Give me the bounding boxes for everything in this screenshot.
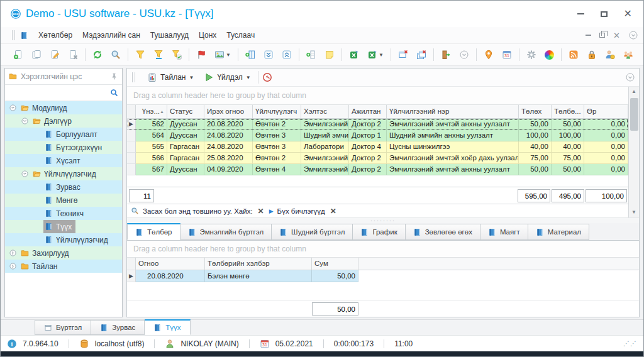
expander-open-icon[interactable] — [9, 104, 17, 112]
window-tab-2[interactable]: Түүх — [145, 319, 190, 335]
detail-tab-6[interactable]: Материал — [528, 224, 589, 240]
detail-tab-1[interactable]: Эмнэлгийн бүртгэл — [180, 224, 272, 240]
sidebar-search-input[interactable] — [9, 87, 110, 99]
search-icon[interactable] — [110, 89, 118, 97]
collapse-panel-button[interactable] — [458, 48, 470, 61]
filter-edit-button[interactable] — [152, 48, 165, 61]
resize-grip[interactable]: ⋰⋰ — [623, 340, 637, 347]
calendar-button[interactable]: 31 — [501, 48, 513, 61]
horizontal-splitter[interactable]: ········ — [127, 217, 639, 223]
tree-item-дэлгүүр[interactable]: Дэлгүүр — [5, 114, 122, 128]
scroll-down-icon[interactable]: ▼ — [630, 207, 639, 217]
tree-item-мөнгө[interactable]: Мөнгө — [5, 194, 122, 207]
undo-icon[interactable] — [262, 72, 272, 82]
scroll-up-icon[interactable]: ▲ — [630, 87, 639, 97]
colors-button[interactable] — [543, 49, 555, 61]
tree-item-үйлчлүүлэгчид[interactable]: Үйлчлүүлэгчид — [5, 233, 122, 246]
filter-edit-hint[interactable]: Засах бол энд товшино уу. Хайх: — [143, 207, 253, 215]
detail-tab-0[interactable]: Төлбөр — [127, 223, 180, 240]
tree-item-модулиуд[interactable]: Модулиуд — [5, 101, 122, 114]
tree-item-техникч[interactable]: Техникч — [5, 207, 122, 220]
detail-column-header-0[interactable]: Огноо — [136, 258, 205, 270]
filter-apply-button[interactable] — [170, 48, 183, 61]
detail-tab-4[interactable]: Зөвлөгөө өгөх — [406, 224, 480, 240]
detail-tab-5[interactable]: Маягт — [480, 224, 528, 240]
expander-closed-icon[interactable] — [9, 249, 17, 257]
report-menu-button[interactable]: Тайлан ▼ — [144, 70, 197, 84]
detail-grid-row[interactable]: ▶20.08.2020Бэлэн мөнгө50,00 — [127, 270, 639, 282]
table-expand-button[interactable] — [244, 48, 257, 61]
tree-item-үйлчлүүлэгчид[interactable]: Үйлчлүүлэгчид — [5, 167, 122, 180]
tree-item-бүтээгдэхүүн[interactable]: Бүтээгдэхүүн — [5, 141, 122, 154]
expander-open-icon[interactable] — [21, 170, 29, 178]
grid-row-566[interactable]: 566Гаргасан25.08.2020Өвчтөн 2Эмчилгээний… — [127, 153, 628, 164]
column-header-4[interactable]: Хэлтэс — [301, 105, 349, 118]
column-header-1[interactable]: Статус — [167, 105, 204, 118]
excel-import-menu-button[interactable]: ▼ — [366, 48, 385, 61]
action-menu-button[interactable]: Үйлдэл ▼ — [201, 70, 253, 84]
tree-item-тайлан[interactable]: Тайлан — [5, 260, 122, 273]
mdi-close-button[interactable]: ✕ — [613, 31, 620, 40]
calendar-icon[interactable]: 31 — [260, 339, 270, 349]
filter-scope-clear-icon[interactable]: ✕ — [329, 207, 338, 216]
detail-group-by-panel[interactable]: Drag a column header here to group by th… — [127, 241, 639, 258]
column-header-3[interactable]: Үйлчлүүлэгч — [253, 105, 301, 118]
menubar-overflow-icon[interactable] — [628, 30, 638, 40]
tree-item-зурвас[interactable]: Зурвас — [5, 180, 122, 194]
vertical-scrollbar[interactable]: ▲ ▼ — [628, 87, 639, 217]
detail-tab-3[interactable]: График — [353, 224, 405, 240]
search-button[interactable] — [109, 48, 122, 61]
tree-item-хүсэлт[interactable]: Хүсэлт — [5, 154, 122, 167]
add-record-button[interactable] — [12, 48, 25, 61]
menu-item-0[interactable]: Хөтөлбөр — [33, 28, 77, 42]
flag-button[interactable] — [195, 48, 208, 61]
expand-all-button[interactable] — [262, 48, 275, 61]
column-header-8[interactable]: Төлбө... — [552, 105, 584, 118]
info-icon[interactable]: i — [7, 339, 17, 349]
note-button[interactable] — [323, 48, 336, 61]
users-button[interactable] — [622, 48, 635, 61]
column-header-5[interactable]: Ажилтан — [349, 105, 387, 118]
group-by-panel[interactable]: Drag a column header here to group by th… — [127, 87, 628, 105]
edit-record-button[interactable] — [48, 48, 61, 61]
grid-toolbar-grip[interactable] — [132, 72, 135, 82]
menu-item-2[interactable]: Тушаалууд — [145, 28, 194, 42]
filter-button[interactable] — [134, 48, 147, 61]
expander-open-icon[interactable] — [21, 117, 29, 125]
column-header-7[interactable]: Төлөх — [519, 105, 552, 118]
grid-toolbar-overflow-icon[interactable] — [625, 72, 635, 82]
menu-item-3[interactable]: Цонх — [194, 28, 221, 42]
rss-button[interactable] — [567, 48, 580, 61]
window-tab-0[interactable]: Бүртгэл — [35, 320, 91, 335]
mdi-restore-button[interactable] — [599, 33, 605, 38]
scroll-thumb[interactable] — [630, 98, 638, 131]
settings-button[interactable] — [525, 48, 538, 61]
grid-row-565[interactable]: 565Гаргасан24.08.2020Өвчтөн 3ЛабораториД… — [127, 141, 628, 153]
grid-row-567[interactable]: 567Дууссан04.09.2020Өвчтөн 4Эмчилгээний … — [127, 164, 628, 175]
close-all-windows-button[interactable] — [415, 48, 428, 61]
copy-record-button[interactable] — [30, 48, 43, 61]
detail-tab-2[interactable]: Шудний бүртгэл — [272, 224, 353, 240]
grid-row-562[interactable]: ▶562Дууссан20.08.2020Өвчтөн 2Эмчилгээний… — [127, 119, 628, 130]
filter-scope-label[interactable]: Бүх бичлэгүүд — [277, 207, 325, 215]
add-column-button[interactable] — [305, 48, 318, 61]
tree-item-түүх[interactable]: Түүх — [5, 220, 122, 233]
expander-closed-icon[interactable] — [9, 262, 17, 270]
exit-button[interactable] — [440, 48, 452, 61]
user-payment-button[interactable] — [604, 48, 616, 61]
column-header-0[interactable]: Үнэ...▲ — [136, 105, 167, 118]
pin-icon[interactable] — [110, 72, 118, 80]
window-tab-1[interactable]: Зурвас — [91, 320, 145, 335]
filter-clear-icon[interactable]: ✕ — [257, 207, 265, 216]
excel-export-button[interactable] — [348, 48, 360, 61]
column-header-2[interactable]: Ирэх огноо — [204, 105, 253, 118]
collapse-all-button[interactable] — [280, 48, 293, 61]
detail-column-header-2[interactable]: Сум — [312, 258, 358, 270]
lock-button[interactable] — [586, 48, 598, 61]
image-menu-button[interactable]: ▼ — [213, 48, 232, 61]
delete-record-button[interactable] — [67, 48, 79, 61]
close-button[interactable]: ✕ — [624, 9, 632, 18]
close-window-button[interactable] — [397, 48, 409, 61]
minimize-button[interactable] — [577, 13, 584, 14]
location-button[interactable] — [482, 48, 495, 61]
